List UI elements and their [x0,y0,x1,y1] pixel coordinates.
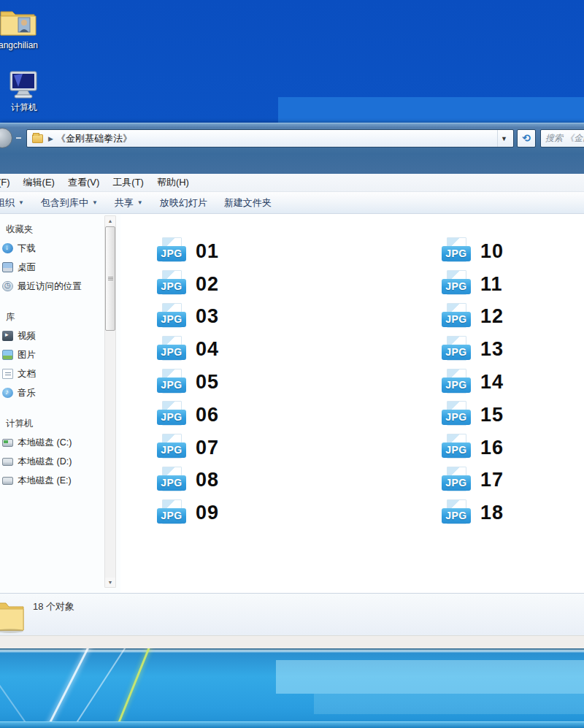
sidebar-scrollbar[interactable]: ▲ ▼ [104,215,116,588]
file-item[interactable]: JPG18 [442,497,504,529]
jpg-badge: JPG [442,312,471,327]
sidebar-item-label: 下载 [18,242,36,255]
sidebar-item[interactable]: 本地磁盘 (D:) [0,452,120,471]
file-item[interactable]: JPG16 [442,432,504,464]
breadcrumb-path[interactable]: 《金刚基础拳法》 [56,132,132,145]
address-bar[interactable]: ▶ 《金刚基础拳法》 ▼ [26,129,514,147]
toolbar-button-label: 放映幻灯片 [160,196,207,210]
sidebar-item[interactable]: 最近访问的位置 [0,277,120,296]
sidebar-item-label: 本地磁盘 (C:) [18,437,72,449]
desktop-icon-label: angchilian [0,40,38,50]
menu-item-3[interactable]: 工具(T) [106,176,150,189]
scroll-up-icon[interactable]: ▲ [105,216,115,226]
file-item[interactable]: JPG02 [157,268,219,301]
sidebar-item[interactable]: 图片 [0,345,120,364]
jpg-badge: JPG [157,246,186,261]
jpg-file-icon: JPG [442,499,474,527]
status-item-count: 18 个对象 [33,600,74,613]
jpg-file-icon: JPG [442,336,474,364]
file-item[interactable]: JPG07 [157,432,219,464]
refresh-button[interactable]: ⟲ [517,129,536,147]
file-item[interactable]: JPG17 [442,464,504,497]
sidebar-item[interactable]: 桌面 [0,258,120,277]
file-item[interactable]: JPG13 [442,333,504,366]
scroll-down-icon[interactable]: ▼ [105,578,115,587]
pictures-icon [2,350,13,360]
desktop-icon-user-folder[interactable]: angchilian [0,6,47,50]
jpg-badge: JPG [442,246,471,261]
sidebar-section-header[interactable]: 计算机 [0,415,120,433]
search-input[interactable]: 搜索 《金刚基础拳法》 [540,129,584,147]
jpg-file-icon: JPG [157,237,189,265]
disk-c-icon [2,439,13,447]
jpg-file-icon: JPG [442,401,474,429]
file-name: 06 [196,404,219,426]
menu-item-0[interactable]: 文件(F) [0,176,17,189]
jpg-file-icon: JPG [442,434,474,461]
wallpaper-highlight [276,660,584,694]
jpg-badge: JPG [157,312,186,327]
file-name: 11 [480,273,503,296]
explorer-window: ▶ 《金刚基础拳法》 ▼ ⟲ 搜索 《金刚基础拳法》 文件(F)编辑(E)查看(… [0,123,584,648]
aurora-streak [0,675,68,728]
toolbar-button-1[interactable]: 包含到库中▼ [33,196,106,210]
wallpaper-band [278,97,584,123]
jpg-file-icon: JPG [157,434,189,461]
file-item[interactable]: JPG10 [442,235,504,268]
file-item[interactable]: JPG04 [157,333,219,366]
menu-item-2[interactable]: 查看(V) [61,176,106,189]
sidebar-item[interactable]: 本地磁盘 (E:) [0,471,120,490]
sidebar-item[interactable]: 下载 [0,239,120,258]
jpg-badge: JPG [157,442,186,458]
aurora-streak [91,648,156,728]
file-item[interactable]: JPG11 [442,268,504,301]
sidebar-item[interactable]: 文档 [0,364,120,383]
sidebar-item[interactable]: 本地磁盘 (C:) [0,433,120,452]
file-item[interactable]: JPG01 [157,235,219,268]
menu-item-4[interactable]: 帮助(H) [150,176,196,189]
chevron-down-icon: ▼ [18,199,24,206]
jpg-badge: JPG [442,442,471,458]
sidebar-section-header[interactable]: 收藏夹 [0,221,120,239]
jpg-badge: JPG [442,508,471,524]
file-item[interactable]: JPG05 [157,366,219,399]
toolbar-button-label: 新建文件夹 [224,196,272,210]
desktop-icon-computer[interactable]: 计算机 [0,70,53,114]
folder-icon [32,134,43,143]
toolbar-button-label: 组织 [0,196,15,210]
scrollbar-thumb[interactable] [105,226,115,331]
aurora-streak [20,648,96,728]
file-name: 13 [480,338,504,361]
sidebar-item-label: 视频 [18,330,36,342]
jpg-badge: JPG [442,475,471,491]
toolbar-button-4[interactable]: 新建文件夹 [216,196,280,210]
toolbar-button-0[interactable]: 组织▼ [0,196,32,210]
file-item[interactable]: JPG06 [157,399,219,432]
file-item[interactable]: JPG09 [157,497,219,529]
back-button[interactable] [0,128,12,148]
toolbar-button-3[interactable]: 放映幻灯片 [152,196,215,210]
toolbar-button-2[interactable]: 共享▼ [107,196,151,210]
menu-item-1[interactable]: 编辑(E) [17,176,61,189]
sidebar-item-label: 文档 [18,368,36,380]
wallpaper-bottom-edge [0,721,584,728]
file-name: 01 [196,240,219,263]
jpg-badge: JPG [442,410,471,425]
file-item[interactable]: JPG14 [442,366,504,399]
chevron-down-icon: ▼ [92,199,98,206]
sidebar-item[interactable]: 视频 [0,326,120,345]
file-item[interactable]: JPG08 [157,464,219,497]
file-item[interactable]: JPG12 [442,301,504,334]
toolbar-button-label: 共享 [115,196,134,210]
sidebar-item[interactable]: 音乐 [0,383,120,402]
music-icon [2,388,13,398]
file-name: 16 [480,437,504,459]
sidebar-section-header[interactable]: 库 [0,308,120,326]
file-item[interactable]: JPG15 [442,399,504,432]
user-folder-icon [0,6,47,38]
file-item[interactable]: JPG03 [157,301,219,334]
jpg-file-icon: JPG [442,369,474,396]
breadcrumb-arrow-icon[interactable]: ▶ [48,135,53,142]
jpg-badge: JPG [442,279,471,294]
address-dropdown-icon[interactable]: ▼ [497,130,510,147]
